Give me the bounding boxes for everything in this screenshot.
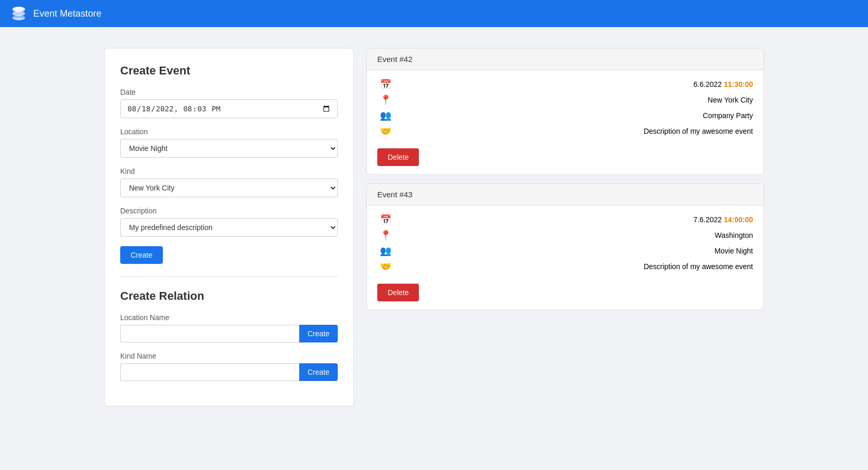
event-43-datetime: 7.6.2022 14:00:00 — [394, 215, 753, 224]
event-42-description: Description of my awesome event — [394, 127, 753, 135]
event-43-header: Event #43 — [367, 184, 763, 206]
people-icon-42: 👥 — [377, 110, 394, 121]
create-event-title: Create Event — [120, 64, 338, 78]
date-input[interactable] — [120, 99, 338, 118]
event-42-time: 11:30:00 — [724, 80, 753, 88]
event-42-header: Event #42 — [367, 48, 763, 70]
kind-name-input[interactable] — [120, 363, 299, 381]
people-icon-43: 👥 — [377, 245, 394, 257]
create-relation-title: Create Relation — [120, 289, 338, 303]
date-form-group: Date — [120, 88, 338, 118]
location-pin-icon-43: 📍 — [377, 230, 394, 241]
event-card-43: Event #43 📅 7.6.2022 14:00:00 📍 Washingt… — [366, 183, 764, 310]
description-select[interactable]: My predefined description Description of… — [120, 218, 338, 237]
location-name-group: Location Name Create — [120, 313, 338, 342]
description-icon-43: 🤝 — [377, 261, 394, 272]
calendar-icon-43: 📅 — [377, 214, 394, 225]
event-42-location: New York City — [394, 96, 753, 104]
description-label: Description — [120, 207, 338, 215]
create-location-button[interactable]: Create — [299, 325, 338, 342]
app-logo-icon — [10, 5, 27, 22]
location-select[interactable]: Movie Night New York City Washington — [120, 139, 338, 158]
event-43-time: 14:00:00 — [724, 215, 753, 224]
create-event-panel: Create Event Date Location Movie Night N… — [104, 48, 354, 407]
create-kind-button[interactable]: Create — [299, 363, 338, 381]
event-card-42: Event #42 📅 6.6.2022 11:30:00 📍 New York… — [366, 48, 764, 175]
location-form-group: Location Movie Night New York City Washi… — [120, 128, 338, 158]
calendar-icon-42: 📅 — [377, 79, 394, 90]
date-label: Date — [120, 88, 338, 96]
event-42-id: Event #42 — [377, 55, 413, 63]
event-43-description: Description of my awesome event — [394, 262, 753, 271]
kind-label: Kind — [120, 167, 338, 175]
kind-name-group: Kind Name Create — [120, 352, 338, 381]
create-event-button[interactable]: Create — [120, 246, 163, 264]
kind-form-group: Kind New York City Company Party Movie N… — [120, 167, 338, 197]
event-42-datetime: 6.6.2022 11:30:00 — [394, 80, 753, 88]
events-panel: Event #42 📅 6.6.2022 11:30:00 📍 New York… — [366, 48, 764, 407]
description-form-group: Description My predefined description De… — [120, 207, 338, 237]
section-divider — [120, 276, 338, 277]
kind-name-label: Kind Name — [120, 352, 338, 360]
delete-event-42-button[interactable]: Delete — [377, 148, 419, 166]
location-name-label: Location Name — [120, 313, 338, 322]
event-43-location: Washington — [394, 231, 753, 239]
app-header: Event Metastore — [0, 0, 868, 27]
kind-name-input-group: Create — [120, 363, 338, 381]
svg-point-7 — [12, 15, 25, 20]
location-label: Location — [120, 128, 338, 136]
description-icon-42: 🤝 — [377, 125, 394, 137]
delete-event-43-button[interactable]: Delete — [377, 284, 419, 301]
event-43-body: 📅 7.6.2022 14:00:00 📍 Washington 👥 Movie… — [367, 206, 763, 310]
event-43-id: Event #43 — [377, 190, 413, 199]
event-43-date: 7.6.2022 — [694, 215, 724, 224]
app-title: Event Metastore — [33, 8, 101, 19]
event-43-kind: Movie Night — [394, 247, 753, 255]
location-pin-icon-42: 📍 — [377, 94, 394, 106]
kind-select[interactable]: New York City Company Party Movie Night — [120, 179, 338, 197]
event-42-body: 📅 6.6.2022 11:30:00 📍 New York City 👥 Co… — [367, 70, 763, 174]
event-42-kind: Company Party — [394, 111, 753, 120]
event-42-date: 6.6.2022 — [694, 80, 724, 88]
location-name-input-group: Create — [120, 325, 338, 342]
main-content: Create Event Date Location Movie Night N… — [0, 27, 868, 427]
location-name-input[interactable] — [120, 325, 299, 342]
